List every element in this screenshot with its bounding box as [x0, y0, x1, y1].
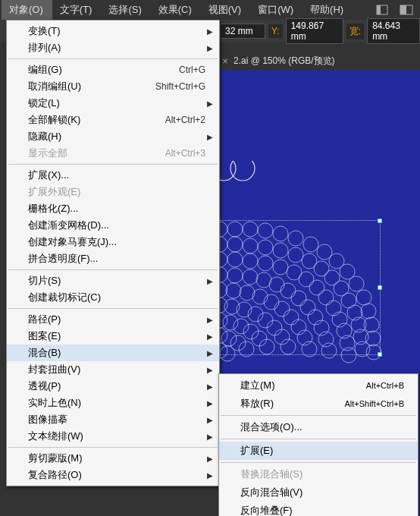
menu-live-paint[interactable]: 实时上色(N)▶ [7, 395, 219, 411]
menu-image-trace[interactable]: 图像描摹▶ [7, 411, 219, 428]
submenu-replace-spine: 替换混合轴(S) [219, 465, 418, 483]
svg-point-0 [230, 161, 255, 181]
shortcut-text: Shift+Ctrl+G [155, 81, 205, 92]
menu-arrange[interactable]: 排列(A)▶ [7, 39, 219, 56]
submenu-arrow-icon: ▶ [207, 399, 213, 407]
submenu-arrow-icon: ▶ [207, 332, 213, 341]
submenu-make[interactable]: 建立(M)Alt+Ctrl+B [219, 376, 418, 395]
selection-handle[interactable] [378, 219, 382, 223]
menu-clipping-mask[interactable]: 剪切蒙版(M)▶ [7, 450, 219, 467]
submenu-arrow-icon: ▶ [207, 99, 213, 108]
menu-select[interactable]: 选择(S) [101, 0, 150, 20]
menu-effect[interactable]: 效果(C) [151, 0, 201, 20]
shortcut-text: Alt+Ctrl+B [366, 381, 404, 390]
menu-help[interactable]: 帮助(H) [302, 0, 353, 20]
menu-text-wrap[interactable]: 文本绕排(W)▶ [7, 428, 219, 445]
menu-trim-marks[interactable]: 创建裁切标记(C) [7, 289, 219, 306]
document-tabs: × 2.ai @ 150% (RGB/预览) [220, 52, 420, 70]
submenu-arrow-icon: ▶ [207, 316, 213, 324]
menu-flatten[interactable]: 拼合透明度(F)... [7, 250, 219, 267]
menu-type[interactable]: 文字(T) [52, 0, 102, 20]
menu-separator [221, 439, 416, 439]
submenu-arrow-icon: ▶ [207, 416, 213, 424]
menu-pattern[interactable]: 图案(E)▶ [7, 328, 219, 345]
svg-point-1 [220, 161, 236, 181]
menu-separator [221, 462, 416, 463]
svg-rect-92 [400, 5, 406, 14]
submenu-expand[interactable]: 扩展(E) [219, 442, 418, 460]
arrange-icon[interactable]: ▾ [397, 2, 415, 17]
menu-window[interactable]: 窗口(W) [250, 0, 302, 20]
submenu-arrow-icon: ▶ [207, 455, 213, 463]
x-value-tail[interactable]: 32 mm [220, 24, 265, 39]
menu-separator [8, 447, 218, 448]
menu-view[interactable]: 视图(V) [201, 0, 250, 20]
selection-bounding-box[interactable] [220, 220, 381, 355]
menu-path[interactable]: 路径(P)▶ [7, 311, 219, 328]
submenu-blend-options[interactable]: 混合选项(O)... [219, 418, 418, 436]
submenu-reverse-spine[interactable]: 反向混合轴(V) [219, 483, 418, 502]
menu-lock[interactable]: 锁定(L)▶ [7, 95, 219, 112]
layout-icon[interactable] [373, 2, 391, 17]
menu-separator [8, 164, 218, 165]
menu-group[interactable]: 编组(G)Ctrl+G [7, 61, 219, 78]
menu-blend[interactable]: 混合(B)▶ [7, 345, 219, 361]
document-tab[interactable]: 2.ai @ 150% (RGB/预览) [230, 55, 338, 68]
menu-separator [8, 58, 218, 59]
y-label: Y: [268, 24, 283, 38]
submenu-arrow-icon: ▶ [207, 471, 213, 480]
blend-submenu: 建立(M)Alt+Ctrl+B 释放(R)Alt+Shift+Ctrl+B 混合… [218, 373, 418, 516]
submenu-arrow-icon: ▶ [207, 433, 213, 441]
menu-object[interactable]: 对象(O) [2, 0, 52, 20]
menu-rasterize[interactable]: 栅格化(Z)... [7, 200, 219, 217]
submenu-arrow-icon: ▶ [207, 349, 213, 357]
submenu-arrow-icon: ▶ [207, 366, 213, 374]
submenu-release[interactable]: 释放(R)Alt+Shift+Ctrl+B [219, 395, 418, 413]
submenu-arrow-icon: ▶ [207, 44, 213, 52]
close-tab-icon[interactable]: × [220, 55, 230, 67]
object-menu-dropdown: 变换(T)▶ 排列(A)▶ 编组(G)Ctrl+G 取消编组(U)Shift+C… [6, 20, 220, 486]
menu-envelope[interactable]: 封套扭曲(V)▶ [7, 361, 219, 378]
menu-perspective[interactable]: 透视(P)▶ [7, 378, 219, 395]
submenu-arrow-icon: ▶ [207, 277, 213, 285]
shortcut-text: Alt+Shift+Ctrl+B [344, 399, 404, 408]
menu-unlock-all[interactable]: 全部解锁(K)Alt+Ctrl+2 [7, 112, 219, 128]
menu-hide[interactable]: 隐藏(H)▶ [7, 128, 219, 145]
menu-transform[interactable]: 变换(T)▶ [7, 23, 219, 39]
width-label: 宽: [346, 24, 364, 39]
submenu-arrow-icon: ▶ [207, 133, 213, 141]
shortcut-text: Alt+Ctrl+2 [165, 115, 205, 125]
selection-handle[interactable] [378, 352, 382, 357]
selection-handle[interactable] [378, 285, 382, 290]
menu-ungroup[interactable]: 取消编组(U)Shift+Ctrl+G [7, 78, 219, 95]
svg-rect-90 [377, 5, 381, 14]
menu-separator [221, 415, 416, 416]
submenu-arrow-icon: ▶ [207, 382, 213, 391]
menu-expand[interactable]: 扩展(X)... [7, 167, 219, 184]
submenu-arrow-icon: ▶ [207, 27, 213, 36]
shortcut-text: Alt+Ctrl+3 [165, 148, 205, 159]
menu-object-mosaic[interactable]: 创建对象马赛克(J)... [7, 234, 219, 250]
menu-expand-appearance: 扩展外观(E) [7, 184, 219, 200]
menu-separator [8, 269, 218, 270]
menu-separator [8, 308, 218, 309]
menu-compound-path[interactable]: 复合路径(O)▶ [7, 467, 219, 483]
y-value[interactable]: 149.867 mm [286, 18, 343, 44]
width-value[interactable]: 84.643 mm [367, 18, 420, 44]
submenu-reverse-front[interactable]: 反向堆叠(F) [219, 502, 418, 516]
shortcut-text: Ctrl+G [179, 64, 205, 75]
menu-gradient-mesh[interactable]: 创建渐变网格(D)... [7, 217, 219, 234]
menu-slice[interactable]: 切片(S)▶ [7, 272, 219, 289]
menu-bar: 对象(O) 文字(T) 选择(S) 效果(C) 视图(V) 窗口(W) 帮助(H… [0, 0, 420, 20]
menu-show-all: 显示全部Alt+Ctrl+3 [7, 145, 219, 162]
